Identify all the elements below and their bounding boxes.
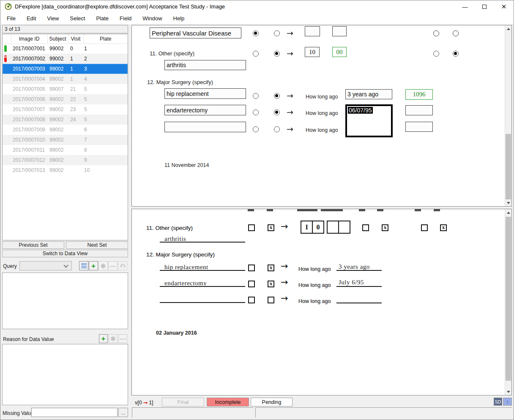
surgery-1-days-box[interactable]: 1096 — [405, 89, 433, 100]
arrow-right-icon: → — [281, 262, 288, 271]
previous-set-button[interactable]: Previous Set — [2, 241, 64, 249]
status-message-left — [132, 407, 254, 418]
q11-right-radio-2[interactable] — [453, 51, 459, 57]
minimize-button[interactable]: — — [455, 0, 475, 13]
col-visit[interactable]: Visit — [68, 34, 83, 44]
surgery-1-name-field[interactable]: hip replacement — [164, 88, 246, 99]
scan-surgery-3-checkbox-no — [248, 297, 255, 303]
scroll-down-icon[interactable] — [505, 199, 511, 206]
final-button[interactable]: Final — [162, 398, 204, 406]
q11-verify-box[interactable]: 00 — [332, 47, 347, 57]
form-view-scrollbar[interactable] — [505, 25, 511, 206]
query-add-button[interactable]: + — [89, 261, 98, 270]
table-row[interactable]: 2017/00070019900201 — [3, 44, 128, 54]
table-row[interactable]: 2017/0007010990027 — [3, 135, 128, 145]
table-row[interactable]: 2017/00070049900214 — [3, 74, 128, 84]
menu-edit[interactable]: Edit — [21, 13, 41, 24]
surgery-2-radio-no[interactable] — [253, 109, 259, 115]
reason-text-area[interactable] — [2, 344, 128, 405]
surgery-2-name-field[interactable]: endarterectomy — [164, 105, 246, 115]
q11-radio-no[interactable] — [253, 51, 259, 57]
missing-value-input[interactable] — [31, 408, 118, 417]
pvd-right-radio-4[interactable] — [453, 30, 459, 36]
q11-radio-yes[interactable] — [274, 51, 280, 57]
col-image-id[interactable]: Image ID — [11, 34, 47, 44]
col-plate[interactable]: Plate — [83, 34, 128, 44]
menu-window[interactable]: Window — [137, 13, 167, 24]
close-button[interactable]: ✕ — [494, 0, 514, 13]
surgery-2-radio-yes[interactable] — [274, 109, 280, 115]
reason-modify-button[interactable]: ✱ — [109, 334, 118, 343]
table-row[interactable]: 2017/00070039900213 — [3, 64, 128, 74]
missing-value-browse-button[interactable]: ... — [118, 408, 128, 417]
query-delete-button[interactable]: — — [108, 261, 118, 270]
table-row[interactable]: 2017/00070139900210 — [3, 165, 128, 175]
scroll-down-icon[interactable] — [505, 388, 511, 395]
green-status-icon — [4, 45, 7, 52]
col-subject[interactable]: Subject — [47, 34, 68, 44]
menubar: File Edit View Select Plate Field Window… — [0, 13, 514, 24]
surgery-3-radio-yes[interactable] — [274, 126, 280, 132]
table-row[interactable]: 2017/000700899002245 — [3, 115, 128, 125]
surgery-1-radio-yes[interactable] — [274, 93, 280, 99]
incomplete-button[interactable]: Incomplete — [207, 398, 249, 406]
surgery-1-howlong-field[interactable]: 3 years ago — [345, 89, 392, 99]
scan-surgery-2-howlong-label: How long ago — [298, 282, 331, 288]
query-text-area[interactable] — [2, 273, 128, 329]
surgery-3-name-field[interactable] — [164, 122, 246, 132]
image-view-scrollbar[interactable] — [505, 209, 511, 395]
pvd-code-box[interactable] — [305, 26, 320, 36]
menu-plate[interactable]: Plate — [90, 13, 114, 24]
surgery-3-radio-no[interactable] — [253, 126, 259, 132]
surgery-3-days-box[interactable] — [405, 122, 433, 132]
query-undo-button[interactable] — [118, 261, 127, 270]
menu-field[interactable]: Field — [114, 13, 137, 24]
missing-value-label: Missing Value — [3, 410, 34, 416]
q11-specify-field[interactable]: arthritis — [164, 60, 246, 70]
query-dropdown[interactable] — [19, 261, 72, 270]
arrow-right-icon: → — [281, 294, 288, 303]
surgery-2-days-box[interactable] — [405, 105, 433, 115]
pending-button[interactable]: Pending — [251, 398, 293, 406]
scroll-up-icon[interactable] — [505, 25, 511, 32]
surgery-2-howlong-field-focused[interactable]: 06/07/95 — [345, 104, 393, 137]
switch-to-data-view-button[interactable]: Switch to Data View — [2, 250, 128, 257]
sd-button[interactable]: SD — [494, 398, 502, 406]
table-row[interactable]: 2017/0007009990026 — [3, 125, 128, 135]
reason-delete-button[interactable]: — — [118, 334, 127, 343]
reason-label: Reason for Data Value — [3, 336, 54, 342]
scroll-up-icon[interactable] — [505, 209, 511, 216]
query-modify-button[interactable]: ✱ — [98, 261, 108, 270]
surgery-1-radio-no[interactable] — [253, 93, 259, 99]
reason-add-button[interactable]: + — [99, 334, 108, 343]
q11-code-box[interactable]: 10 — [305, 47, 320, 57]
scrollbar-thumb[interactable] — [506, 217, 511, 381]
menu-help[interactable]: Help — [168, 13, 190, 24]
table-row[interactable]: 2017/000700799002235 — [3, 104, 128, 115]
q11-right-radio-1[interactable] — [433, 51, 439, 57]
table-header-row: Image ID Subject Visit Plate — [3, 34, 128, 44]
image-view-panel: 11. Other (specify) → I0 arthritis 12. M… — [131, 209, 512, 395]
table-row[interactable]: 2017/000700699002225 — [3, 94, 128, 104]
query-list-button[interactable] — [79, 261, 88, 270]
maximize-button[interactable] — [475, 0, 494, 13]
table-row[interactable]: 2017/000700599007215 — [3, 84, 128, 94]
record-table: Image ID Subject Visit Plate 2017/000700… — [2, 34, 128, 240]
pvd-radio-yes[interactable] — [274, 30, 280, 36]
table-row[interactable]: 2017/0007012990029 — [3, 155, 128, 165]
table-row[interactable]: 2017/0007011990028 — [3, 145, 128, 155]
pvd-field-box[interactable]: Peripheral Vascular Disease — [150, 27, 241, 38]
query-label: Query — [3, 263, 17, 269]
pvd-verify-box[interactable] — [332, 26, 347, 36]
next-set-button[interactable]: Next Set — [66, 241, 128, 249]
minus-icon: — — [110, 263, 116, 269]
table-row[interactable]: 2017/00070029900212 — [3, 54, 128, 64]
app-icon — [5, 3, 12, 12]
pvd-right-radio-3[interactable] — [433, 30, 439, 36]
info-button[interactable]: i — [503, 398, 512, 406]
menu-file[interactable]: File — [1, 13, 21, 24]
menu-view[interactable]: View — [41, 13, 64, 24]
menu-select[interactable]: Select — [64, 13, 90, 24]
pvd-radio-no[interactable] — [253, 30, 259, 36]
scrollbar-thumb[interactable] — [506, 134, 511, 199]
